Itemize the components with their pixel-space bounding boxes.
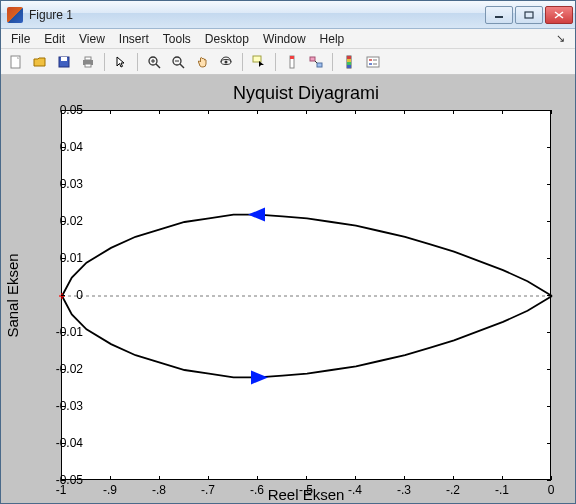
colorbar-icon[interactable] (338, 51, 360, 73)
menubar: File Edit View Insert Tools Desktop Wind… (1, 29, 575, 49)
link-icon[interactable] (305, 51, 327, 73)
toolbar-separator (332, 53, 333, 71)
window-title: Figure 1 (29, 8, 485, 22)
xtick-label: -.8 (152, 483, 166, 497)
svg-point-18 (225, 60, 228, 63)
xtick-label: -.4 (348, 483, 362, 497)
menu-window[interactable]: Window (257, 30, 312, 48)
svg-rect-30 (367, 57, 379, 67)
ytick-label: 0.03 (47, 177, 83, 191)
pan-icon[interactable] (191, 51, 213, 73)
svg-rect-8 (85, 57, 91, 60)
ytick-label: -0.04 (47, 436, 83, 450)
toolbar (1, 49, 575, 75)
select-icon[interactable] (110, 51, 132, 73)
xtick-label: -.7 (201, 483, 215, 497)
brush-icon[interactable] (281, 51, 303, 73)
menu-view[interactable]: View (73, 30, 111, 48)
matlab-icon (7, 7, 23, 23)
svg-line-24 (315, 61, 317, 63)
svg-rect-26 (347, 56, 351, 59)
svg-rect-21 (290, 56, 294, 59)
window-buttons (485, 6, 573, 24)
menu-desktop[interactable]: Desktop (199, 30, 255, 48)
xtick-label: -.3 (397, 483, 411, 497)
print-icon[interactable] (77, 51, 99, 73)
menu-help[interactable]: Help (314, 30, 351, 48)
svg-rect-29 (347, 65, 351, 68)
ytick-label: 0.01 (47, 251, 83, 265)
zoom-in-icon[interactable] (143, 51, 165, 73)
svg-rect-27 (347, 59, 351, 62)
rotate3d-icon[interactable] (215, 51, 237, 73)
ytick-label: 0 (47, 288, 83, 302)
figure-area: Nyquist Diyagrami Sanal Eksen Reel Eksen… (1, 75, 575, 503)
toolbar-separator (104, 53, 105, 71)
svg-rect-1 (525, 12, 533, 18)
menu-tools[interactable]: Tools (157, 30, 197, 48)
new-icon[interactable] (5, 51, 27, 73)
close-button[interactable] (545, 6, 573, 24)
svg-line-15 (180, 64, 184, 68)
xtick-label: 0 (548, 483, 555, 497)
legend-icon[interactable] (362, 51, 384, 73)
axes[interactable] (61, 110, 551, 480)
minimize-button[interactable] (485, 6, 513, 24)
series-nyquist-upper (62, 215, 552, 296)
svg-rect-22 (310, 57, 315, 61)
direction-arrow-icon (248, 208, 265, 222)
xtick-label: -.5 (299, 483, 313, 497)
menu-edit[interactable]: Edit (38, 30, 71, 48)
titlebar[interactable]: Figure 1 (1, 1, 575, 29)
xtick-label: -.1 (495, 483, 509, 497)
svg-rect-28 (347, 62, 351, 65)
toolbar-separator (137, 53, 138, 71)
open-icon[interactable] (29, 51, 51, 73)
svg-rect-6 (61, 57, 67, 61)
plot-canvas (62, 111, 550, 479)
menu-insert[interactable]: Insert (113, 30, 155, 48)
svg-rect-23 (317, 63, 322, 67)
dock-glyph[interactable]: ↘ (550, 30, 571, 47)
ytick-label: -0.02 (47, 362, 83, 376)
toolbar-separator (242, 53, 243, 71)
ytick-label: 0.05 (47, 103, 83, 117)
svg-line-11 (156, 64, 160, 68)
xtick-label: -.6 (250, 483, 264, 497)
xtick-label: -.9 (103, 483, 117, 497)
datacursor-icon[interactable] (248, 51, 270, 73)
ytick-label: -0.01 (47, 325, 83, 339)
series-nyquist-lower (62, 296, 552, 377)
ytick-label: 0.02 (47, 214, 83, 228)
svg-rect-19 (253, 56, 261, 62)
ytick-label: 0.04 (47, 140, 83, 154)
zoom-out-icon[interactable] (167, 51, 189, 73)
y-axis-label: Sanal Eksen (3, 110, 21, 480)
xtick-label: -1 (56, 483, 67, 497)
save-icon[interactable] (53, 51, 75, 73)
ytick-label: -0.03 (47, 399, 83, 413)
xtick-label: -.2 (446, 483, 460, 497)
toolbar-separator (275, 53, 276, 71)
svg-rect-9 (85, 64, 91, 67)
menu-file[interactable]: File (5, 30, 36, 48)
maximize-button[interactable] (515, 6, 543, 24)
direction-arrow-icon (251, 370, 268, 384)
figure-window: Figure 1 File Edit View Insert Tools Des… (0, 0, 576, 504)
chart-title: Nyquist Diyagrami (61, 83, 551, 104)
